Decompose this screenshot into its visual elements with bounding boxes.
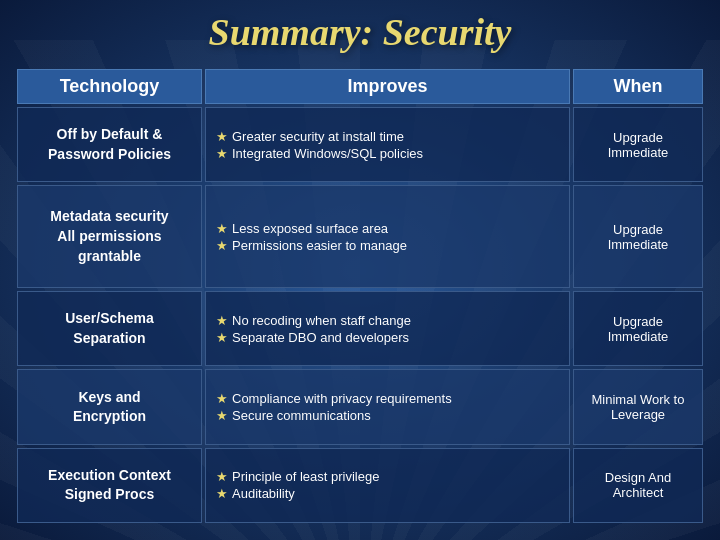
table-row: Metadata securityAll permissionsgrantabl… [17,185,703,288]
improves-text: Separate DBO and developers [232,330,409,345]
cell-improves: ★Compliance with privacy requirements★Se… [205,369,570,444]
improves-text: Integrated Windows/SQL policies [232,146,423,161]
improves-text: Less exposed surface area [232,221,388,236]
improves-text: No recoding when staff change [232,313,411,328]
cell-when: UpgradeImmediate [573,291,703,366]
cell-when: UpgradeImmediate [573,107,703,182]
star-icon: ★ [216,221,228,236]
improves-text: Auditability [232,486,295,501]
star-icon: ★ [216,486,228,501]
cell-technology: Metadata securityAll permissionsgrantabl… [17,185,202,288]
col-header-technology: Technology [17,69,202,104]
star-icon: ★ [216,129,228,144]
cell-improves: ★Greater security at install time★Integr… [205,107,570,182]
cell-improves: ★No recoding when staff change★Separate … [205,291,570,366]
page-title: Summary: Security [14,10,706,54]
improves-item: ★Auditability [216,486,559,501]
col-header-improves: Improves [205,69,570,104]
star-icon: ★ [216,469,228,484]
table-row: Off by Default &Password Policies★Greate… [17,107,703,182]
cell-when: Minimal Work toLeverage [573,369,703,444]
table-row: User/SchemaSeparation★No recoding when s… [17,291,703,366]
improves-item: ★Integrated Windows/SQL policies [216,146,559,161]
cell-when: UpgradeImmediate [573,185,703,288]
cell-technology: Keys andEncryption [17,369,202,444]
improves-item: ★Secure communications [216,408,559,423]
table-container: Technology Improves When Off by Default … [14,66,706,526]
improves-item: ★Less exposed surface area [216,221,559,236]
star-icon: ★ [216,408,228,423]
improves-item: ★Permissions easier to manage [216,238,559,253]
improves-text: Compliance with privacy requirements [232,391,452,406]
improves-item: ★Principle of least privilege [216,469,559,484]
cell-technology: Execution ContextSigned Procs [17,448,202,523]
cell-when: Design AndArchitect [573,448,703,523]
improves-item: ★No recoding when staff change [216,313,559,328]
improves-text: Greater security at install time [232,129,404,144]
cell-improves: ★Principle of least privilege★Auditabili… [205,448,570,523]
cell-technology: Off by Default &Password Policies [17,107,202,182]
improves-text: Principle of least privilege [232,469,379,484]
star-icon: ★ [216,391,228,406]
col-header-when: When [573,69,703,104]
improves-text: Permissions easier to manage [232,238,407,253]
star-icon: ★ [216,330,228,345]
improves-item: ★Separate DBO and developers [216,330,559,345]
summary-table: Technology Improves When Off by Default … [14,66,706,526]
cell-technology: User/SchemaSeparation [17,291,202,366]
table-row: Execution ContextSigned Procs★Principle … [17,448,703,523]
page-wrapper: Summary: Security Technology Improves Wh… [0,0,720,540]
table-row: Keys andEncryption★Compliance with priva… [17,369,703,444]
star-icon: ★ [216,146,228,161]
improves-item: ★Greater security at install time [216,129,559,144]
improves-item: ★Compliance with privacy requirements [216,391,559,406]
cell-improves: ★Less exposed surface area★Permissions e… [205,185,570,288]
improves-text: Secure communications [232,408,371,423]
star-icon: ★ [216,238,228,253]
star-icon: ★ [216,313,228,328]
